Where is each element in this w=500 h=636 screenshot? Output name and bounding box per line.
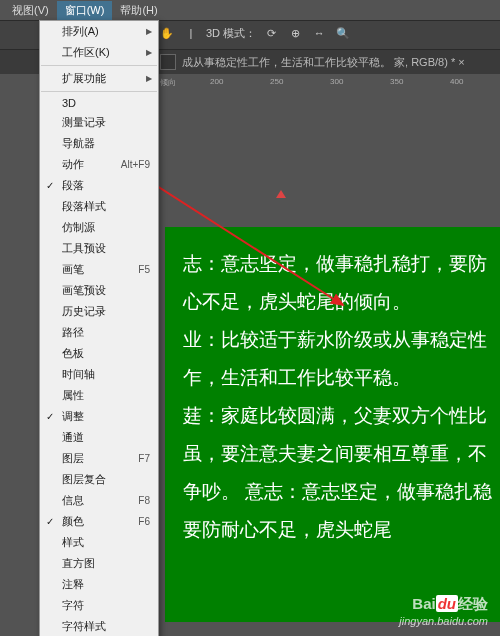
shortcut-label: F5: [138, 264, 150, 275]
menu-extension[interactable]: 扩展功能: [40, 68, 158, 89]
ruler-tick: 300: [330, 77, 343, 86]
ruler-tick: 350: [390, 77, 403, 86]
shortcut-label: F6: [138, 516, 150, 527]
ruler-tick: 400: [450, 77, 463, 86]
ruler-tick: 250: [270, 77, 283, 86]
document-tab-title[interactable]: 成从事稳定性工作，生活和工作比较平稳。 家, RGB/8) * ×: [182, 55, 465, 70]
menu-tool-preset[interactable]: 工具预设: [40, 238, 158, 259]
menu-layer-comps[interactable]: 图层复合: [40, 469, 158, 490]
text-layer-box[interactable]: 志：意志坚定，做事稳扎稳打，要防 心不足，虎头蛇尾的倾向。 业：比较适于薪水阶级…: [165, 227, 500, 622]
menu-histogram[interactable]: 直方图: [40, 553, 158, 574]
menu-adjustments[interactable]: ✓调整: [40, 406, 158, 427]
hand-tool-icon[interactable]: ✋: [158, 24, 176, 42]
menu-layers[interactable]: 图层F7: [40, 448, 158, 469]
menu-help[interactable]: 帮助(H): [112, 1, 165, 20]
check-icon: ✓: [46, 180, 54, 191]
menu-workspace[interactable]: 工作区(K): [40, 42, 158, 63]
text-line: 莛：家庭比较圆满，父妻双方个性比: [183, 397, 500, 435]
menu-navigator[interactable]: 导航器: [40, 133, 158, 154]
menu-paragraph[interactable]: ✓段落: [40, 175, 158, 196]
menu-info[interactable]: 信息F8: [40, 490, 158, 511]
menu-view[interactable]: 视图(V): [4, 1, 57, 20]
menu-brush-preset[interactable]: 画笔预设: [40, 280, 158, 301]
pan-icon[interactable]: ⊕: [286, 24, 304, 42]
toolbar-options: ✋ | 3D 模式： ⟳ ⊕ ↔ 🔍: [158, 24, 352, 42]
menu-styles[interactable]: 样式: [40, 532, 158, 553]
menu-notes[interactable]: 注释: [40, 574, 158, 595]
menu-measure-log[interactable]: 测量记录: [40, 112, 158, 133]
shortcut-label: F7: [138, 453, 150, 464]
mode3d-label: 3D 模式：: [206, 26, 256, 41]
doc-icon: [160, 54, 176, 70]
menu-char-style[interactable]: 字符样式: [40, 616, 158, 636]
orbit-icon[interactable]: ⟳: [262, 24, 280, 42]
annotation-marker-icon: [276, 190, 286, 198]
menu-arrange[interactable]: 排列(A): [40, 21, 158, 42]
check-icon: ✓: [46, 411, 54, 422]
shortcut-label: Alt+F9: [121, 159, 150, 170]
menubar: 视图(V) 窗口(W) 帮助(H): [0, 0, 500, 20]
menu-window[interactable]: 窗口(W): [57, 1, 113, 20]
menu-separator: [41, 65, 157, 66]
menu-paragraph-style[interactable]: 段落样式: [40, 196, 158, 217]
watermark-url: jingyan.baidu.com: [399, 614, 488, 628]
menu-separator: [41, 91, 157, 92]
text-line: 乍，生活和工作比较平稳。: [183, 359, 500, 397]
ruler-tick: 倾向: [160, 77, 176, 88]
menu-swatches[interactable]: 色板: [40, 343, 158, 364]
vertical-ruler: [0, 92, 20, 636]
slide-icon[interactable]: ↔: [310, 24, 328, 42]
menu-paths[interactable]: 路径: [40, 322, 158, 343]
window-menu-dropdown: 排列(A) 工作区(K) 扩展功能 3D 测量记录 导航器 动作Alt+F9 ✓…: [39, 20, 159, 636]
menu-color[interactable]: ✓颜色F6: [40, 511, 158, 532]
menu-properties[interactable]: 属性: [40, 385, 158, 406]
menu-clone-source[interactable]: 仿制源: [40, 217, 158, 238]
menu-actions[interactable]: 动作Alt+F9: [40, 154, 158, 175]
menu-timeline[interactable]: 时间轴: [40, 364, 158, 385]
text-line: 业：比较适于薪水阶级或从事稳定性: [183, 321, 500, 359]
shortcut-label: F8: [138, 495, 150, 506]
menu-history[interactable]: 历史记录: [40, 301, 158, 322]
watermark-logo: Baidu经验: [399, 594, 488, 614]
text-line: 虽，要注意夫妻之间要相互尊重，不: [183, 435, 500, 473]
text-line: 要防耐心不足，虎头蛇尾: [183, 511, 500, 549]
text-line: 志：意志坚定，做事稳扎稳打，要防: [183, 245, 500, 283]
menu-character[interactable]: 字符: [40, 595, 158, 616]
menu-channels[interactable]: 通道: [40, 427, 158, 448]
text-line: 心不足，虎头蛇尾的倾向。: [183, 283, 500, 321]
text-line: 争吵。 意志：意志坚定，做事稳扎稳: [183, 473, 500, 511]
check-icon: ✓: [46, 516, 54, 527]
zoom-icon[interactable]: 🔍: [334, 24, 352, 42]
menu-3d[interactable]: 3D: [40, 94, 158, 112]
watermark: Baidu经验 jingyan.baidu.com: [399, 594, 488, 628]
menu-brush[interactable]: 画笔F5: [40, 259, 158, 280]
separator-icon: |: [182, 24, 200, 42]
ruler-tick: 200: [210, 77, 223, 86]
